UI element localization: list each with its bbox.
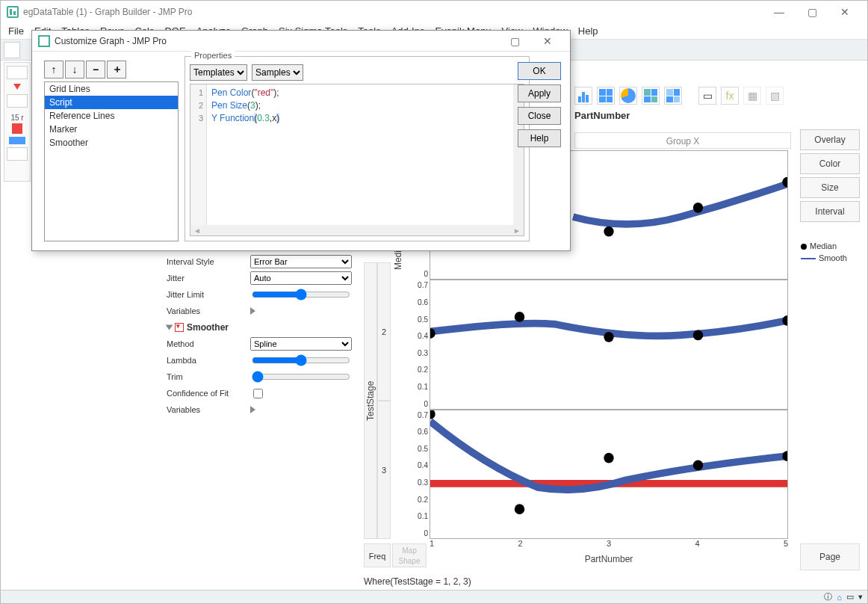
customize-graph-dialog: Customize Graph - JMP Pro ▢ ✕ ↑ ↓ − ＋ Gr… [31, 30, 571, 251]
unknown-icon[interactable]: ▧ [766, 87, 784, 105]
menu-item[interactable]: File [8, 25, 24, 37]
templates-combo[interactable]: Templates [190, 64, 247, 81]
row-count-label: 15 r [4, 114, 30, 122]
add-button[interactable]: ＋ [107, 61, 126, 78]
help-button[interactable]: Help [518, 129, 561, 147]
svg-point-9 [430, 410, 435, 419]
maximize-button[interactable]: ▢ [796, 1, 828, 23]
line-gutter: 123 [190, 84, 207, 225]
legend[interactable]: Median Smooth [801, 240, 847, 264]
move-up-button[interactable]: ↑ [44, 61, 63, 78]
bar-chart-icon[interactable] [574, 87, 592, 105]
jitter-limit-slider[interactable] [252, 288, 350, 301]
selection-swatch [9, 137, 25, 144]
dialog-maximize-button[interactable]: ▢ [498, 30, 531, 52]
jitter-select[interactable]: Auto [250, 271, 352, 285]
list-order-buttons: ↑ ↓ − ＋ [44, 61, 126, 78]
trim-label: Trim [167, 372, 250, 381]
svg-point-1 [693, 203, 703, 213]
red-triangle-icon[interactable] [175, 323, 184, 332]
samples-combo[interactable]: Samples [252, 64, 303, 81]
group-y-label: TestStage [365, 263, 376, 538]
svg-point-4 [515, 312, 524, 322]
grid-chart-icon[interactable] [597, 87, 615, 105]
lambda-slider[interactable] [252, 354, 350, 367]
lambda-label: Lambda [167, 356, 250, 365]
x-axis-label: PartNumber [430, 554, 788, 564]
ok-button[interactable]: OK [518, 62, 561, 80]
close-button[interactable]: ✕ [828, 1, 861, 23]
marker-swatch [12, 123, 22, 134]
properties-group: Properties Templates Samples 123 Pen Col… [185, 56, 530, 241]
disclosure-icon [166, 325, 173, 330]
svg-point-12 [693, 460, 703, 470]
svg-point-6 [693, 330, 703, 341]
jitter-limit-label: Jitter Limit [167, 290, 250, 299]
fx-icon[interactable]: fx [721, 87, 739, 105]
treemap-icon[interactable] [642, 87, 660, 105]
method-select[interactable]: Spline [250, 337, 352, 351]
dialog-titlebar[interactable]: Customize Graph - JMP Pro ▢ ✕ [32, 31, 570, 52]
remove-button[interactable]: − [86, 61, 105, 78]
main-title-text: egDataTable (1) - Graph Builder - JMP Pr… [23, 7, 193, 17]
heatmap-icon[interactable] [664, 87, 682, 105]
jmp-icon [38, 35, 50, 47]
svg-point-10 [515, 504, 524, 514]
dialog-buttons: OK Apply Close Help [518, 62, 561, 147]
where-clause: Where(TestStage = 1, 2, 3) [364, 576, 471, 587]
plot-panel-2[interactable] [430, 280, 788, 409]
panel-value: 2 [377, 262, 391, 401]
confidence-fit-checkbox[interactable] [253, 389, 263, 398]
sidebar-cell [7, 147, 28, 161]
list-item[interactable]: Grid Lines [45, 82, 178, 96]
svg-point-0 [604, 226, 613, 237]
toolbar-button[interactable] [4, 42, 20, 58]
freq-zone[interactable]: Freq [364, 543, 391, 567]
minimize-button[interactable]: — [763, 1, 796, 23]
group-x-zone[interactable]: Group X [574, 132, 791, 149]
graph-builder-toolbar: ▭ fx ▦ ▧ [574, 84, 784, 107]
teststage-label-strip: TestStage [364, 262, 377, 539]
jmp-icon [7, 6, 19, 18]
list-item[interactable]: Smoother [45, 136, 178, 150]
home-icon[interactable]: ⌂ [837, 593, 842, 602]
plot-panel-3[interactable] [430, 410, 788, 539]
list-item[interactable]: Marker [45, 123, 178, 136]
element-properties-panel: Interval Style Error Bar Jitter Auto Jit… [167, 253, 352, 418]
list-item[interactable]: Script [45, 96, 178, 109]
smoother-section-header[interactable]: Smoother [167, 319, 352, 336]
jitter-label: Jitter [167, 274, 250, 283]
panel-strip: 2 3 [377, 262, 391, 539]
variables-disclosure-icon[interactable] [250, 307, 255, 315]
variables-label: Variables [167, 306, 250, 315]
customize-items-list[interactable]: Grid Lines Script Reference Lines Marker… [44, 81, 179, 241]
trim-slider[interactable] [252, 370, 350, 383]
svg-point-5 [604, 332, 613, 342]
close-dialog-button[interactable]: Close [518, 107, 561, 125]
red-triangle-icon[interactable] [13, 84, 21, 90]
move-down-button[interactable]: ↓ [65, 61, 84, 78]
chevron-down-icon[interactable]: ▾ [858, 592, 863, 602]
apply-button[interactable]: Apply [518, 84, 561, 102]
method-label: Method [167, 339, 250, 348]
left-sidebar: 15 r [4, 62, 31, 182]
scrollbar-horizontal[interactable]: ◄► [190, 225, 524, 235]
window-icon[interactable]: ▭ [846, 592, 854, 602]
graph-title: PartNumber [574, 110, 630, 121]
box-plot-icon[interactable]: ▭ [698, 87, 716, 105]
code-text[interactable]: Pen Color("red"); Pen Size(3); Y Functio… [207, 84, 513, 225]
menu-item[interactable]: Help [578, 25, 598, 37]
mapshape-zone[interactable]: MapShape [392, 543, 427, 567]
info-icon[interactable]: ⓘ [824, 591, 832, 603]
properties-legend: Properties [191, 51, 235, 60]
interval-style-select[interactable]: Error Bar [250, 255, 352, 268]
overlay-zone[interactable]: Overlay [800, 129, 860, 150]
map-icon[interactable]: ▦ [743, 87, 761, 105]
dialog-close-button[interactable]: ✕ [531, 30, 564, 52]
page-zone[interactable]: Page [800, 543, 860, 570]
script-editor[interactable]: 123 Pen Color("red"); Pen Size(3); Y Fun… [190, 84, 524, 236]
disclosure-button[interactable] [7, 66, 28, 79]
pie-chart-icon[interactable] [619, 87, 637, 105]
variables-disclosure-icon[interactable] [250, 406, 255, 413]
list-item[interactable]: Reference Lines [45, 109, 178, 123]
